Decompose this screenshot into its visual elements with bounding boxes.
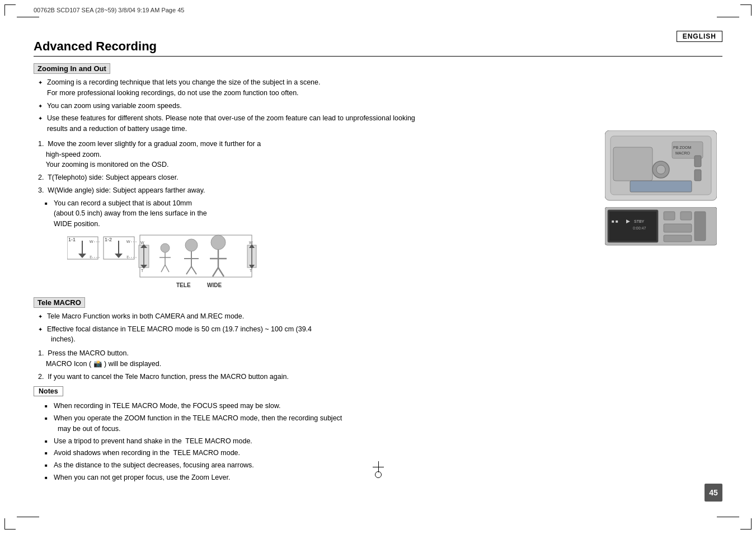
- svg-line-37: [218, 268, 224, 277]
- svg-rect-66: [694, 212, 706, 241]
- zoom-step-1: 1. Move the zoom lever slightly for a gr…: [38, 139, 596, 170]
- svg-point-33: [211, 235, 226, 250]
- page-title: Advanced Recording: [34, 39, 722, 54]
- tele-macro-title: Tele MACRO: [34, 297, 85, 308]
- zoom-bullet-3: Use these features for different shots. …: [38, 113, 596, 134]
- notes-item-6: When you can not get proper focus, use t…: [45, 472, 722, 483]
- svg-line-31: [186, 266, 191, 274]
- svg-rect-67: [664, 224, 692, 232]
- svg-line-32: [191, 266, 196, 274]
- tele-bullet-1: Tele Macro Function works in both CAMERA…: [38, 311, 722, 322]
- zooming-title: Zooming In and Out: [34, 63, 110, 74]
- zooming-left: Zooming In and Out Zooming is a recordin…: [34, 63, 596, 292]
- svg-text:1-1: 1-1: [68, 237, 76, 242]
- svg-text:T: T: [90, 255, 92, 259]
- svg-marker-11: [115, 254, 123, 258]
- svg-point-53: [656, 165, 665, 174]
- svg-line-36: [213, 268, 218, 277]
- svg-text:STBY: STBY: [634, 219, 645, 223]
- svg-rect-54: [694, 156, 701, 167]
- svg-marker-3: [78, 254, 86, 258]
- bottom-border-right: [717, 517, 739, 517]
- camera-bottom-svg: ■ ■ ▶ STBY 0:00:47: [605, 207, 717, 246]
- crop-mark-br: [740, 518, 752, 530]
- camera-images-col: PB ZOOM MACRO: [605, 63, 722, 292]
- svg-rect-64: [664, 212, 675, 220]
- bottom-border-left: [17, 517, 39, 517]
- svg-rect-48: [613, 147, 652, 181]
- svg-text:W: W: [90, 240, 93, 243]
- zoom-sub-bullet: You can record a subject that is about 1…: [45, 198, 596, 229]
- svg-point-28: [185, 239, 198, 251]
- svg-text:W: W: [249, 241, 253, 245]
- svg-rect-65: [680, 212, 692, 220]
- svg-line-27: [165, 265, 169, 272]
- notes-item-4: Avoid shadows when recording in the TELE…: [45, 448, 722, 458]
- camera-top-svg: PB ZOOM MACRO: [605, 130, 717, 203]
- svg-text:PB ZOOM: PB ZOOM: [673, 146, 691, 149]
- crop-mark-tl: [4, 4, 16, 16]
- svg-text:W: W: [126, 240, 130, 243]
- svg-line-26: [161, 265, 165, 272]
- zoom-diagram-svg: 1-1 W T 1-2 W: [67, 234, 269, 290]
- center-crosshair: [373, 461, 384, 472]
- tele-step-1: 1. Press the MACRO button. MACRO Icon ( …: [38, 348, 722, 369]
- svg-text:■ ■: ■ ■: [612, 219, 618, 224]
- zoom-step-3: 3. W(Wide angle) side: Subject appears f…: [38, 185, 596, 196]
- crop-mark-tr: [740, 4, 752, 16]
- zoom-step-2: 2. T(Telephoto) side: Subject appears cl…: [38, 172, 596, 183]
- crop-mark-bl: [4, 518, 16, 530]
- svg-rect-68: [664, 235, 692, 242]
- file-header: 00762B SCD107 SEA (28~59) 3/8/04 9:19 AM…: [34, 7, 722, 13]
- svg-text:WIDE: WIDE: [207, 282, 222, 288]
- file-info-text: 00762B SCD107 SEA (28~59) 3/8/04 9:19 AM…: [34, 7, 184, 13]
- title-divider: [34, 56, 722, 57]
- svg-text:TELE: TELE: [176, 282, 191, 288]
- tele-macro-section: Tele MACRO Tele Macro Function works in …: [34, 297, 722, 485]
- svg-text:W: W: [140, 241, 144, 245]
- svg-text:▶: ▶: [626, 218, 630, 224]
- svg-text:T: T: [250, 269, 252, 273]
- tele-bullet-2: Effective focal distance in TELE MACRO m…: [38, 324, 722, 345]
- notes-item-3: Use a tripod to prevent hand shake in th…: [45, 436, 722, 447]
- svg-text:1-2: 1-2: [105, 237, 112, 242]
- main-content: Advanced Recording Zooming In and Out Zo…: [34, 25, 722, 500]
- svg-text:MACRO: MACRO: [675, 151, 691, 155]
- tele-macro-left: Tele Macro Function works in both CAMERA…: [34, 311, 722, 485]
- notes-item-1: When recording in TELE MACRO Mode, the F…: [45, 401, 722, 411]
- tele-step-2: 2. If you want to cancel the Tele Macro …: [38, 372, 722, 382]
- svg-text:T: T: [141, 269, 144, 273]
- zoom-bullet-1: Zooming is a recording technique that le…: [38, 77, 596, 99]
- top-border-left: [17, 17, 39, 17]
- center-crosshair-circle: [375, 471, 382, 478]
- svg-text:0:00:47: 0:00:47: [633, 226, 646, 230]
- svg-rect-56: [630, 181, 692, 192]
- zoom-diagram-area: 1-1 W T 1-2 W: [67, 234, 596, 292]
- zoom-bullet-2: You can zoom using variable zoom speeds.: [38, 101, 596, 111]
- svg-point-23: [161, 243, 170, 252]
- svg-text:T: T: [126, 255, 129, 259]
- page-number-badge: 45: [705, 484, 722, 502]
- zooming-section: Zooming In and Out Zooming is a recordin…: [34, 63, 722, 292]
- tele-macro-content: Tele Macro Function works in both CAMERA…: [34, 311, 722, 485]
- notes-item-2: When you operate the ZOOM function in th…: [45, 413, 722, 434]
- notes-item-5: As the distance to the subject decreases…: [45, 460, 722, 471]
- notes-label: Notes: [34, 386, 63, 396]
- top-border-right: [717, 17, 739, 17]
- svg-rect-55: [694, 170, 701, 181]
